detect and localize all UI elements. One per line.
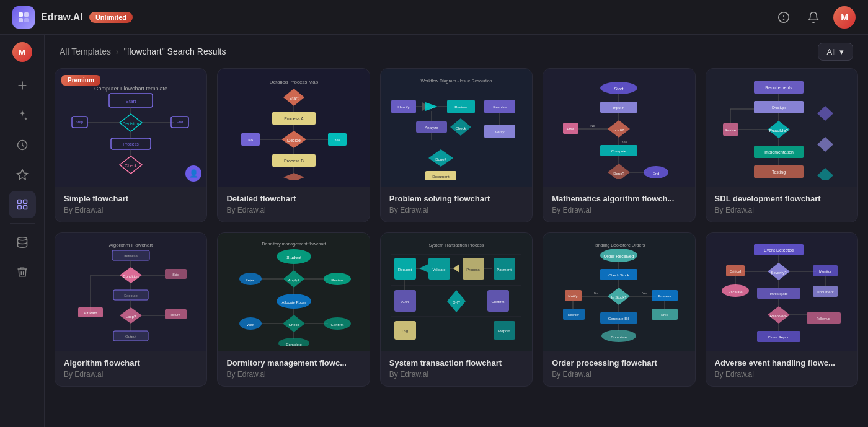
svg-text:Alt Path: Alt Path xyxy=(84,311,97,315)
svg-rect-1 xyxy=(24,12,29,17)
svg-text:Check: Check xyxy=(125,164,137,168)
svg-text:Check Stock: Check Stock xyxy=(609,273,631,277)
trash-icon[interactable] xyxy=(9,258,36,286)
svg-text:End: End xyxy=(177,120,184,124)
svg-text:No: No xyxy=(248,138,253,142)
svg-text:Compute: Compute xyxy=(611,149,627,153)
svg-text:Revise: Revise xyxy=(725,128,737,132)
template-thumbnail: Start Input n n > 0? No Error xyxy=(543,69,694,187)
star-icon[interactable] xyxy=(9,161,36,188)
plus-icon[interactable] xyxy=(9,72,36,99)
template-card[interactable]: System Transaction Process Request Va xyxy=(380,232,533,387)
svg-text:Ship: Ship xyxy=(661,313,669,317)
sparkle-icon[interactable] xyxy=(9,102,36,129)
template-grid-container: Premium Computer Flowchart template Star… xyxy=(45,68,868,427)
template-author: By Edraw.ai xyxy=(389,370,523,379)
svg-text:Testing: Testing xyxy=(772,170,786,175)
breadcrumb-root[interactable]: All Templates xyxy=(60,46,111,56)
svg-marker-121 xyxy=(817,137,833,152)
template-card[interactable]: Algorithm Flowchart Initialize Condition… xyxy=(55,232,207,387)
template-title: Order processing flowchart xyxy=(552,358,686,368)
svg-text:Execute: Execute xyxy=(124,294,138,297)
chevron-down-icon: ▾ xyxy=(839,47,844,56)
svg-text:Design: Design xyxy=(772,105,786,110)
svg-text:Start: Start xyxy=(289,96,298,100)
template-card[interactable]: Start Input n n > 0? No Error xyxy=(542,68,695,222)
template-card[interactable]: Workflow Diagram - Issue Resolution Iden… xyxy=(380,68,533,222)
template-thumbnail: Algorithm Flowchart Initialize Condition… xyxy=(55,233,206,351)
template-author: By Edraw.ai xyxy=(64,370,198,379)
template-title: Adverse event handling flowc... xyxy=(715,358,849,368)
svg-text:Request: Request xyxy=(398,268,412,271)
template-card[interactable]: Handling Bookstore Orders Order Received… xyxy=(542,232,695,387)
template-grid: Premium Computer Flowchart template Star… xyxy=(55,68,858,387)
svg-text:Complete: Complete xyxy=(286,343,302,346)
template-title: Simple flowchart xyxy=(64,194,198,203)
svg-text:Wait: Wait xyxy=(247,323,254,327)
breadcrumb: All Templates › "flowchart" Search Resul… xyxy=(60,46,226,56)
svg-text:Process B: Process B xyxy=(284,159,304,163)
bell-icon[interactable] xyxy=(804,7,823,27)
svg-text:Yes: Yes xyxy=(621,140,627,144)
svg-text:Yes: Yes xyxy=(642,291,648,295)
svg-text:Apply?: Apply? xyxy=(288,278,299,282)
sidebar-nav: M xyxy=(0,35,45,427)
svg-text:Confirm: Confirm xyxy=(330,323,343,327)
storage-icon[interactable] xyxy=(9,229,36,256)
notification-icon[interactable] xyxy=(774,7,794,27)
template-card[interactable]: Requirements Design Feasible? Revise xyxy=(706,68,858,222)
template-info: Adverse event handling flowc... By Edraw… xyxy=(706,351,857,386)
svg-text:Start: Start xyxy=(126,99,137,104)
svg-marker-122 xyxy=(817,168,833,180)
sidebar-avatar[interactable]: M xyxy=(12,42,32,62)
breadcrumb-separator: › xyxy=(116,46,119,56)
svg-text:Yes: Yes xyxy=(334,138,340,142)
premium-badge: Premium xyxy=(61,75,100,86)
template-card[interactable]: Event Detected Severity? Critical Escala… xyxy=(706,232,858,387)
svg-text:Skip: Skip xyxy=(172,273,179,276)
template-thumbnail: Event Detected Severity? Critical Escala… xyxy=(706,233,857,351)
template-title: SDL development flowchart xyxy=(715,194,849,203)
template-title: Dormitory management flowc... xyxy=(226,358,360,368)
template-info: Order processing flowchart By Edraw.ai xyxy=(543,351,694,386)
filter-button[interactable]: All ▾ xyxy=(818,43,853,61)
svg-text:Review: Review xyxy=(454,105,467,109)
svg-text:Escalate: Escalate xyxy=(728,290,743,294)
template-author: By Edraw.ai xyxy=(64,206,198,214)
template-card[interactable]: Premium Computer Flowchart template Star… xyxy=(55,68,207,222)
svg-text:Return: Return xyxy=(171,313,180,317)
svg-text:Feasible?: Feasible? xyxy=(769,128,788,133)
svg-text:Detailed Process Map: Detailed Process Map xyxy=(269,79,318,85)
svg-text:Algorithm Flowchart: Algorithm Flowchart xyxy=(109,242,153,248)
template-thumbnail: Requirements Design Feasible? Revise xyxy=(706,69,857,187)
breadcrumb-bar: All Templates › "flowchart" Search Resul… xyxy=(45,35,868,68)
template-author: By Edraw.ai xyxy=(226,370,360,379)
svg-text:n > 0?: n > 0? xyxy=(614,128,625,132)
svg-text:Document: Document xyxy=(432,175,450,178)
user-avatar-header[interactable]: M xyxy=(833,6,856,29)
template-author: By Edraw.ai xyxy=(226,206,360,214)
svg-text:Reorder: Reorder xyxy=(568,313,579,317)
svg-text:Verify: Verify xyxy=(495,130,504,134)
svg-text:Initialize: Initialize xyxy=(124,254,138,258)
template-thumbnail: System Transaction Process Request Va xyxy=(381,233,532,351)
svg-text:Allocate Room: Allocate Room xyxy=(281,301,306,304)
template-author: By Edraw.ai xyxy=(715,206,849,214)
template-thumbnail: Detailed Process Map Start Process A Dec… xyxy=(218,69,369,187)
svg-text:Start: Start xyxy=(614,87,624,91)
template-card[interactable]: Detailed Process Map Start Process A Dec… xyxy=(217,68,370,222)
svg-text:Reject: Reject xyxy=(245,278,255,282)
svg-rect-12 xyxy=(23,200,27,204)
svg-text:Auth: Auth xyxy=(401,300,409,304)
svg-text:Complete: Complete xyxy=(611,335,627,339)
svg-text:Resolved?: Resolved? xyxy=(770,314,788,318)
svg-rect-2 xyxy=(19,18,23,22)
svg-rect-3 xyxy=(24,18,29,22)
template-thumbnail: Dormitory management flowchart Student A… xyxy=(218,233,369,351)
svg-text:Monitor: Monitor xyxy=(819,270,831,273)
template-info: Mathematics algorithm flowch... By Edraw… xyxy=(543,187,694,222)
template-icon[interactable] xyxy=(9,191,36,218)
svg-text:Done?: Done? xyxy=(614,172,625,175)
clock-icon[interactable] xyxy=(9,131,36,159)
template-card[interactable]: Dormitory management flowchart Student A… xyxy=(217,232,370,387)
